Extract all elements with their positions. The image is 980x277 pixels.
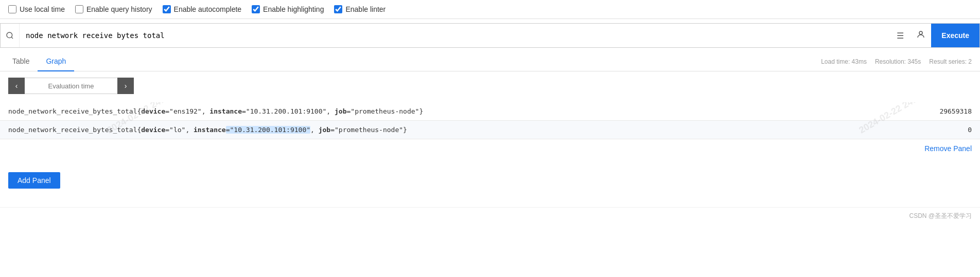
table-row: node_network_receive_bytes_total{device=… <box>0 102 980 121</box>
enable-query-history-label: Enable query history <box>86 5 152 13</box>
toolbar: Use local time Enable query history Enab… <box>0 0 980 19</box>
list-icon: ☰ <box>897 31 904 41</box>
enable-autocomplete-label: Enable autocomplete <box>174 5 242 13</box>
footer: CSDN @圣圣不爱学习 <box>0 207 980 225</box>
value-cell: 0 <box>918 121 980 139</box>
list-icon-button[interactable]: ☰ <box>890 24 911 47</box>
enable-autocomplete-checkbox[interactable]: Enable autocomplete <box>163 5 242 13</box>
use-local-time-checkbox[interactable]: Use local time <box>8 5 65 13</box>
use-local-time-input[interactable] <box>8 5 16 13</box>
load-time: Load time: 43ms <box>821 58 867 65</box>
label-key: instance <box>194 126 226 134</box>
remove-panel-link[interactable]: Remove Panel <box>924 144 972 153</box>
label-key: device <box>141 107 165 115</box>
enable-linter-label: Enable linter <box>345 5 386 13</box>
highlighted-label: ="10.31.200.101:9100" <box>226 126 310 134</box>
svg-line-1 <box>11 37 13 39</box>
tab-meta: Load time: 43ms Resolution: 345s Result … <box>821 58 972 65</box>
search-bar: ☰ Execute <box>0 23 980 48</box>
add-panel-section: Add Panel <box>0 164 980 197</box>
svg-point-2 <box>919 31 922 34</box>
results-container: 2024-02-22 24:01 2024-02-22 24:01 node_n… <box>0 102 980 139</box>
metric-name: node_network_receive_bytes_total <box>8 107 137 115</box>
user-icon-button[interactable] <box>911 24 931 47</box>
add-panel-button[interactable]: Add Panel <box>8 172 60 189</box>
enable-highlighting-label: Enable highlighting <box>263 5 324 13</box>
metric-cell: node_network_receive_bytes_total{device=… <box>0 102 918 121</box>
user-icon <box>916 30 925 41</box>
remove-panel-wrap: Remove Panel <box>0 139 980 158</box>
enable-linter-checkbox[interactable]: Enable linter <box>334 5 386 13</box>
label-key: device <box>141 126 165 134</box>
label-key: job <box>335 107 346 115</box>
enable-autocomplete-input[interactable] <box>163 5 171 13</box>
label-key: job <box>319 126 330 134</box>
resolution: Resolution: 345s <box>875 58 921 65</box>
enable-query-history-input[interactable] <box>75 5 83 13</box>
prev-time-button[interactable]: ‹ <box>8 78 25 94</box>
tab-table[interactable]: Table <box>4 52 38 71</box>
search-actions: ☰ Execute <box>890 24 979 47</box>
enable-linter-input[interactable] <box>334 5 342 13</box>
result-table: node_network_receive_bytes_total{device=… <box>0 102 980 139</box>
tab-graph[interactable]: Graph <box>38 52 74 71</box>
eval-time-bar: ‹ › <box>0 78 980 94</box>
enable-query-history-checkbox[interactable]: Enable query history <box>75 5 152 13</box>
use-local-time-label: Use local time <box>20 5 65 13</box>
footer-text: CSDN @圣圣不爱学习 <box>909 212 972 219</box>
table-row: node_network_receive_bytes_total{device=… <box>0 121 980 139</box>
search-icon <box>1 24 20 47</box>
value-cell: 29659318 <box>918 102 980 121</box>
result-series: Result series: 2 <box>929 58 972 65</box>
enable-highlighting-checkbox[interactable]: Enable highlighting <box>252 5 324 13</box>
execute-button[interactable]: Execute <box>931 24 979 47</box>
eval-time-input[interactable] <box>25 78 117 94</box>
search-input[interactable] <box>20 24 890 47</box>
metric-cell: node_network_receive_bytes_total{device=… <box>0 121 918 139</box>
metric-name: node_network_receive_bytes_total <box>8 126 137 134</box>
svg-point-0 <box>7 32 12 38</box>
enable-highlighting-input[interactable] <box>252 5 260 13</box>
tabs-header: Table Graph Load time: 43ms Resolution: … <box>0 52 980 71</box>
label-key: instance <box>209 107 242 115</box>
next-time-button[interactable]: › <box>117 78 134 94</box>
panel-content: ‹ › 2024-02-22 24:01 2024-02-22 24:01 no… <box>0 71 980 164</box>
